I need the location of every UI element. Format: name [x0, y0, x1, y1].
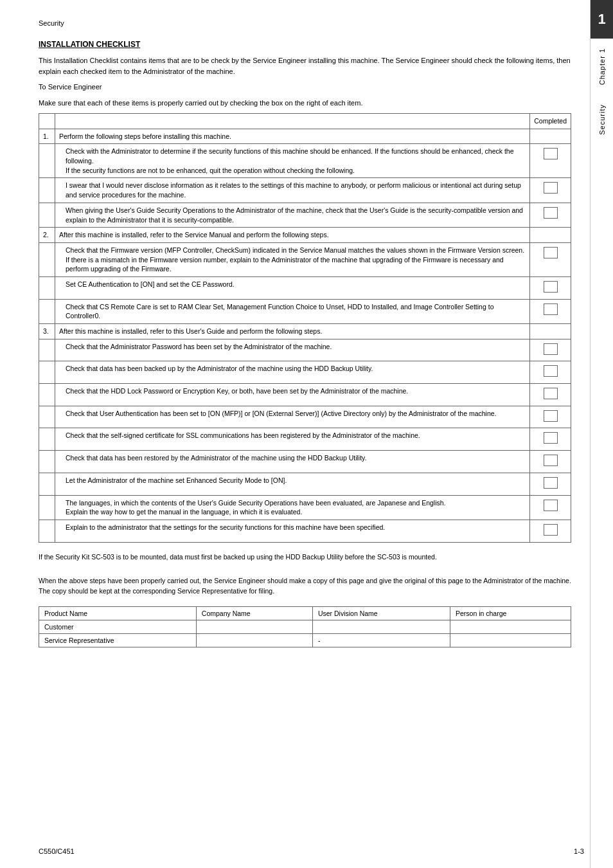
checkbox[interactable]	[544, 500, 558, 511]
row-num-empty	[39, 276, 55, 299]
table-row: 2. After this machine is installed, refe…	[39, 228, 571, 243]
table-row: Check that data has been restored by the…	[39, 451, 571, 473]
row-num-empty	[39, 299, 55, 323]
row-sub-check	[530, 178, 571, 203]
checkbox[interactable]	[544, 524, 558, 536]
row-sub-check	[530, 406, 571, 428]
row-sub-check	[530, 299, 571, 323]
section-title: INSTALLATION CHECKLIST	[39, 40, 571, 49]
row-num: 1.	[39, 129, 55, 144]
row-sub-check	[530, 203, 571, 227]
row-sub-check	[530, 242, 571, 276]
page-footer: C550/C451 1-3	[39, 847, 584, 855]
checklist-table: Completed 1. Perform the following steps…	[39, 113, 571, 543]
table-row: The languages, in which the contents of …	[39, 495, 571, 520]
table-row: I swear that I would never disclose info…	[39, 178, 571, 203]
row-num-empty	[39, 451, 55, 473]
row-sub-check	[530, 144, 571, 178]
row-check	[530, 129, 571, 144]
page-container: 1 Chapter 1 Security Security INSTALLATI…	[0, 0, 613, 868]
checkbox[interactable]	[544, 343, 558, 355]
checkbox[interactable]	[544, 477, 558, 489]
row-sub-check	[530, 384, 571, 406]
info-table: Product Name Company Name User Division …	[39, 606, 571, 647]
info-row-label: Service Representative	[39, 633, 197, 647]
info-row-company	[196, 620, 312, 633]
note-1: If the Security Kit SC-503 is to be moun…	[39, 552, 571, 563]
row-sub-desc: Let the Administrator of the machine set…	[55, 473, 530, 495]
col-header-completed: Completed	[530, 114, 571, 129]
table-row: Check that the self-signed certificate f…	[39, 428, 571, 451]
row-sub-desc: Check that the self-signed certificate f…	[55, 428, 530, 451]
checkbox[interactable]	[544, 207, 558, 219]
row-num: 3.	[39, 324, 55, 339]
row-sub-desc: The languages, in which the contents of …	[55, 495, 530, 520]
row-sub-check	[530, 520, 571, 542]
checkbox[interactable]	[544, 281, 558, 293]
footer-page: 1-3	[574, 847, 584, 855]
checkbox[interactable]	[544, 148, 558, 159]
footer-model: C550/C451	[39, 847, 75, 855]
info-table-row: Customer	[39, 620, 571, 633]
row-num: 2.	[39, 228, 55, 243]
intro-paragraph-3: Make sure that each of these items is pr…	[39, 98, 571, 109]
info-col-product: Product Name	[39, 606, 197, 620]
row-sub-desc: Check with the Administrator to determin…	[55, 144, 530, 178]
header-section-label: Security	[39, 19, 64, 27]
row-sub-check	[530, 495, 571, 520]
row-sub-check	[530, 451, 571, 473]
info-row-label: Customer	[39, 620, 197, 633]
info-col-company: Company Name	[196, 606, 312, 620]
row-sub-desc: I swear that I would never disclose info…	[55, 178, 530, 203]
row-desc: After this machine is installed, refer t…	[55, 324, 530, 339]
chapter-label: Chapter 1	[598, 48, 606, 85]
info-table-header-row: Product Name Company Name User Division …	[39, 606, 571, 620]
table-row: Check with the Administrator to determin…	[39, 144, 571, 178]
row-num-empty	[39, 406, 55, 428]
row-sub-check	[530, 361, 571, 384]
row-num-empty	[39, 520, 55, 542]
info-row-division	[312, 620, 450, 633]
table-row: When giving the User's Guide Security Op…	[39, 203, 571, 227]
checkbox[interactable]	[544, 410, 558, 422]
info-row-company	[196, 633, 312, 647]
checkbox[interactable]	[544, 432, 558, 444]
checkbox[interactable]	[544, 388, 558, 399]
checkbox[interactable]	[544, 455, 558, 466]
table-row: Check that the Administrator Password ha…	[39, 339, 571, 361]
page-header: Security	[39, 19, 600, 27]
row-num-empty	[39, 242, 55, 276]
row-sub-desc: Check that data has been restored by the…	[55, 451, 530, 473]
row-check	[530, 324, 571, 339]
col-header-num	[39, 114, 55, 129]
info-col-person: Person in charge	[450, 606, 571, 620]
row-sub-check	[530, 473, 571, 495]
table-row: Check that data has been backed up by th…	[39, 361, 571, 384]
table-row: 3. After this machine is installed, refe…	[39, 324, 571, 339]
row-sub-desc: Check that User Authentication has been …	[55, 406, 530, 428]
row-sub-desc: Check that the Firmware version (MFP Con…	[55, 242, 530, 276]
row-num-empty	[39, 339, 55, 361]
security-side-label: Security	[598, 104, 606, 135]
row-num-empty	[39, 473, 55, 495]
table-row: Let the Administrator of the machine set…	[39, 473, 571, 495]
main-content: INSTALLATION CHECKLIST This Installation…	[39, 40, 600, 647]
checkbox[interactable]	[544, 303, 558, 315]
row-sub-desc: Check that data has been backed up by th…	[55, 361, 530, 384]
row-num-empty	[39, 495, 55, 520]
checkbox[interactable]	[544, 182, 558, 194]
table-row: Check that the Firmware version (MFP Con…	[39, 242, 571, 276]
info-row-person	[450, 620, 571, 633]
checkbox[interactable]	[544, 247, 558, 258]
table-row: Check that the HDD Lock Password or Encr…	[39, 384, 571, 406]
row-sub-desc: Check that the HDD Lock Password or Encr…	[55, 384, 530, 406]
chapter-number: 1	[591, 0, 614, 39]
checkbox[interactable]	[544, 365, 558, 377]
row-num-empty	[39, 384, 55, 406]
table-row: 1. Perform the following steps before in…	[39, 129, 571, 144]
table-row: Set CE Authentication to [ON] and set th…	[39, 276, 571, 299]
info-table-row: Service Representative -	[39, 633, 571, 647]
row-num-empty	[39, 203, 55, 227]
intro-paragraph-2: To Service Engineer	[39, 82, 571, 93]
row-sub-check	[530, 339, 571, 361]
